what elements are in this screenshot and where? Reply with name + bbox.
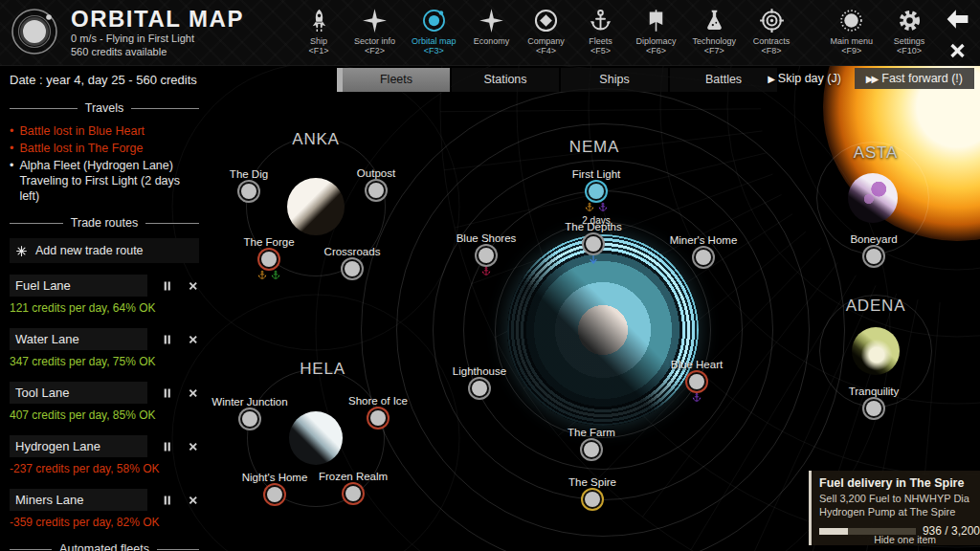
station-dot bbox=[242, 411, 257, 427]
trade-route-row: Hydrogen Lane-237 credits per day, 58% O… bbox=[10, 435, 199, 475]
station-label: Shore of Ice bbox=[348, 395, 408, 407]
station-badges bbox=[257, 270, 281, 280]
nav-company[interactable]: Company<F4> bbox=[527, 8, 566, 55]
nav-label: Economy bbox=[474, 36, 510, 46]
nav-hotkey: <F7> bbox=[704, 46, 724, 55]
fast-forward-icon: ▶▶ bbox=[866, 74, 877, 84]
trade-route-status: -359 credits per day, 82% OK bbox=[10, 516, 199, 529]
nav-hotkey: <F3> bbox=[424, 46, 444, 55]
nav-orbital-map[interactable]: Orbital map<F3> bbox=[412, 8, 457, 55]
station-dot bbox=[866, 249, 881, 264]
station-dot bbox=[479, 248, 494, 263]
pause-route-button[interactable] bbox=[161, 386, 174, 400]
rocket-icon bbox=[306, 8, 332, 33]
nav-ship[interactable]: Ship<F1> bbox=[300, 8, 338, 55]
nav-settings[interactable]: Settings<F10> bbox=[890, 8, 928, 55]
nav-contracts[interactable]: Contracts<F8> bbox=[752, 8, 791, 55]
station-label: The Farm bbox=[568, 427, 615, 438]
nav-fleets[interactable]: Fleets<F5> bbox=[582, 8, 620, 55]
tab-ships[interactable]: Ships bbox=[561, 68, 668, 92]
trade-routes-list: Fuel Lane121 credits per day, 64% OKWate… bbox=[10, 275, 199, 529]
nav-label: Technology bbox=[693, 36, 737, 46]
station-label: The Spire bbox=[568, 476, 616, 488]
planet-nema bbox=[507, 234, 699, 426]
planet-adena bbox=[852, 327, 900, 375]
station-label: Boneyard bbox=[850, 233, 897, 245]
pause-route-button[interactable] bbox=[161, 494, 174, 507]
trade-route-row: Miners Lane-359 credits per day, 82% OK bbox=[10, 489, 199, 529]
travels-list: •Battle lost in Blue Heart•Battle lost i… bbox=[10, 123, 199, 204]
travel-item: •Battle lost in The Forge bbox=[10, 141, 199, 156]
automated-fleets-divider: Automated fleets bbox=[10, 542, 199, 551]
remove-route-button[interactable] bbox=[187, 279, 200, 293]
nav-label: Orbital map bbox=[412, 36, 457, 46]
station-label: The Depths bbox=[565, 221, 621, 232]
station-dot bbox=[866, 401, 881, 416]
anchor-orange-icon bbox=[585, 202, 595, 212]
skip-day-button[interactable]: ▶Skip day (J) bbox=[760, 69, 849, 88]
station-dot bbox=[696, 250, 711, 265]
back-button[interactable] bbox=[945, 8, 970, 31]
company-icon bbox=[533, 8, 559, 33]
trade-route-status: 347 credits per day, 75% OK bbox=[10, 355, 199, 368]
station-dot bbox=[345, 486, 361, 501]
add-trade-route-button[interactable]: Add new trade route bbox=[10, 238, 199, 263]
anchor-purple-icon bbox=[598, 202, 609, 212]
nav-sector-info[interactable]: Sector info<F2> bbox=[354, 8, 395, 55]
station-badges bbox=[589, 254, 599, 265]
time-controls: ▶Skip day (J) ▶▶Fast forward (!) bbox=[760, 68, 974, 89]
remove-route-button[interactable] bbox=[187, 333, 200, 346]
travel-item: •Battle lost in Blue Heart bbox=[10, 123, 199, 139]
nav-hotkey: <F2> bbox=[365, 46, 385, 55]
nav-hotkey: <F5> bbox=[590, 46, 611, 55]
station-label: First Light bbox=[572, 168, 621, 180]
trade-route-row: Fuel Lane121 credits per day, 64% OK bbox=[10, 275, 199, 315]
nav-main-menu[interactable]: Main menu<F9> bbox=[830, 8, 873, 55]
pause-route-button[interactable] bbox=[161, 333, 174, 346]
system-label-adena: ADENA bbox=[846, 297, 906, 316]
station-dot bbox=[368, 183, 384, 198]
orbital-logo-icon bbox=[10, 7, 59, 56]
remove-route-button[interactable] bbox=[187, 386, 200, 400]
fast-forward-button[interactable]: ▶▶Fast forward (!) bbox=[855, 68, 974, 89]
remove-route-button[interactable] bbox=[187, 440, 200, 453]
flask-icon bbox=[702, 8, 727, 33]
add-trade-route-label: Add new trade route bbox=[35, 244, 144, 257]
anchor-crimson-icon bbox=[481, 266, 492, 276]
nav-economy[interactable]: Economy bbox=[473, 8, 511, 55]
trade-route-row: Tool Lane407 credits per day, 85% OK bbox=[10, 382, 199, 422]
gear-icon bbox=[897, 8, 923, 33]
pause-route-button[interactable] bbox=[161, 440, 174, 453]
planet-asta bbox=[848, 173, 898, 223]
delivery-line-2: Hydrogen Pump at The Spire bbox=[819, 505, 980, 518]
tab-fleets[interactable]: Fleets bbox=[337, 68, 450, 92]
delivery-line-1: Sell 3,200 Fuel to NHWHYP Dia bbox=[819, 492, 980, 505]
page-title: ORBITAL MAP bbox=[71, 7, 244, 32]
trade-route-name: Fuel Lane bbox=[10, 275, 147, 297]
four-point-star-icon bbox=[479, 8, 504, 33]
status-speed-location: 0 m/s - Flying in First Light bbox=[71, 32, 244, 45]
system-label-anka: ANKA bbox=[292, 130, 340, 149]
nav-hotkey: <F9> bbox=[841, 46, 861, 55]
nav-diplomacy[interactable]: Diplomacy<F6> bbox=[636, 8, 677, 55]
nav-label: Ship bbox=[310, 36, 327, 46]
trade-route-name: Miners Lane bbox=[10, 489, 147, 511]
remove-route-button[interactable] bbox=[187, 494, 200, 507]
nav-label: Diplomacy bbox=[636, 36, 677, 46]
pause-route-button[interactable] bbox=[161, 279, 174, 293]
anchor-orange-icon bbox=[257, 270, 268, 280]
delivery-title: Fuel delivery in The Spire bbox=[819, 476, 980, 490]
date-display: Date : year 4, day 25 - 560 credits bbox=[10, 65, 199, 89]
station-badges bbox=[481, 266, 492, 276]
close-button[interactable] bbox=[945, 39, 970, 62]
orbital-map-area: ANKAThe DigOutpostThe ForgeCrossroadsNEM… bbox=[0, 0, 980, 551]
station-dot bbox=[345, 261, 360, 276]
station-dot bbox=[584, 442, 599, 457]
station-dot bbox=[241, 184, 256, 199]
travel-item: •Alpha Fleet (Hydrogen Lane)Traveling to… bbox=[10, 158, 199, 204]
nav-technology[interactable]: Technology<F7> bbox=[693, 8, 737, 55]
tab-stations[interactable]: Stations bbox=[452, 68, 559, 92]
hide-one-item-button[interactable]: Hide one item bbox=[874, 534, 936, 545]
planet-hela bbox=[289, 411, 343, 465]
nav-label: Company bbox=[527, 36, 565, 46]
